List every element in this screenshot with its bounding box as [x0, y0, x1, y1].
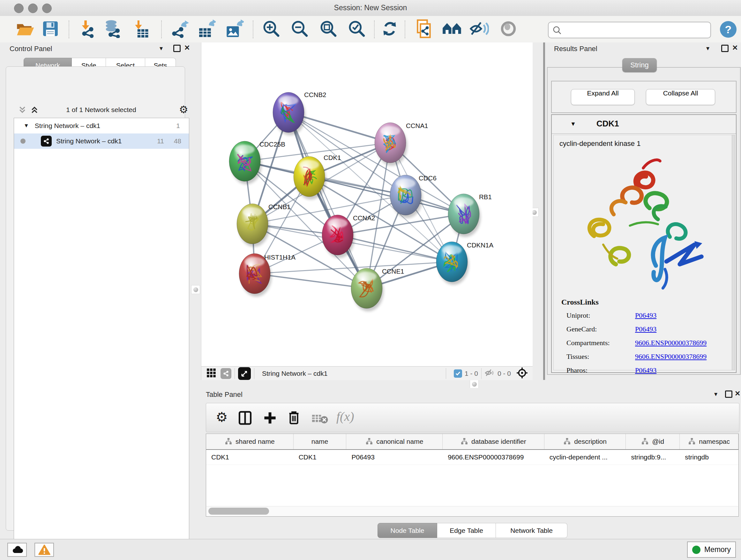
- import-network-from-file-icon[interactable]: [78, 19, 97, 39]
- table-panel-menu-icon[interactable]: ▾: [714, 390, 718, 398]
- delete-column-icon[interactable]: [287, 410, 300, 426]
- table-row[interactable]: CDK1CDK1P064939606.ENSP00000378699cyclin…: [206, 450, 738, 465]
- table-cell[interactable]: stringdb: [680, 450, 738, 464]
- zoom-fit-content-icon[interactable]: [320, 20, 337, 39]
- network-collection-row[interactable]: ▼ String Network – cdk1 1: [14, 118, 189, 133]
- network-list: ▼ String Network – cdk1 1 String Network…: [14, 118, 189, 553]
- show-hidden-icon[interactable]: [500, 20, 517, 39]
- network-edge[interactable]: [309, 177, 464, 214]
- table-cell[interactable]: 9606.ENSP00000378699: [443, 450, 544, 464]
- collection-expander-icon[interactable]: ▼: [23, 123, 29, 129]
- crosslink-link[interactable]: 9606.ENSP00000378699: [635, 339, 706, 347]
- memory-button[interactable]: Memory: [687, 542, 736, 558]
- zoom-in-icon[interactable]: [262, 20, 280, 39]
- network-node-ccnb2[interactable]: CCNB2: [273, 91, 327, 135]
- clone-network-icon[interactable]: [414, 19, 432, 40]
- table-settings-gear-icon[interactable]: ⚙: [216, 410, 228, 424]
- gene-entry-card: ▼ CDK1 cyclin-dependent kinase 1: [551, 114, 737, 373]
- export-image-icon[interactable]: [225, 19, 244, 39]
- left-splitter-handle[interactable]: [191, 285, 200, 294]
- selected-checkbox-icon[interactable]: [454, 369, 462, 378]
- column-header-database-identifier[interactable]: database identifier: [443, 434, 544, 449]
- warning-button[interactable]: [35, 543, 54, 557]
- control-panel-float-icon[interactable]: [173, 45, 181, 52]
- create-column-icon[interactable]: [263, 411, 277, 426]
- zoom-out-icon[interactable]: [291, 20, 309, 39]
- crosslink-link[interactable]: P06493: [635, 325, 657, 333]
- gene-entry-header[interactable]: ▼ CDK1: [552, 115, 736, 134]
- search-input[interactable]: [564, 23, 706, 36]
- bottom-splitter-handle[interactable]: [470, 380, 479, 388]
- table-cell[interactable]: cyclin-dependent ...: [544, 450, 626, 464]
- network-badge-icon[interactable]: [220, 368, 231, 379]
- delete-table-icon[interactable]: [312, 414, 328, 426]
- apply-preferred-layout-icon[interactable]: [381, 20, 398, 39]
- network-node-cdc6[interactable]: CDC6: [390, 174, 436, 218]
- column-header-at-id[interactable]: @id: [626, 434, 680, 449]
- collapse-all-button[interactable]: Collapse All: [646, 89, 715, 105]
- table-panel-close-icon[interactable]: ✕: [735, 390, 740, 397]
- left-splitter[interactable]: [190, 43, 201, 539]
- right-splitter[interactable]: [532, 43, 545, 388]
- expand-all-button[interactable]: Expand All: [571, 89, 635, 105]
- network-row[interactable]: String Network – cdk1 11 48: [14, 133, 189, 149]
- network-canvas[interactable]: CCNB2CCNA1CDC25BCDK1CDC6RB1CCNB1CCNA2CDK…: [201, 43, 533, 366]
- network-node-ccne1[interactable]: CCNE1: [351, 267, 404, 311]
- column-header-description[interactable]: description: [544, 434, 626, 449]
- open-session-icon[interactable]: [15, 21, 35, 38]
- column-header-canonical-name[interactable]: canonical name: [346, 434, 443, 449]
- string-home-icon[interactable]: [442, 21, 462, 38]
- help-icon[interactable]: ?: [720, 21, 737, 38]
- network-edge[interactable]: [338, 235, 452, 262]
- network-node-ccna1[interactable]: CCNA1: [375, 122, 428, 166]
- table-hscrollbar-thumb[interactable]: [208, 508, 269, 515]
- hidden-eye-icon[interactable]: [485, 368, 495, 379]
- tab-edge-table[interactable]: Edge Table: [437, 523, 496, 538]
- function-builder-icon[interactable]: f(x): [336, 409, 354, 424]
- table-hscrollbar[interactable]: [206, 506, 738, 516]
- control-panel-menu-icon[interactable]: ▾: [159, 44, 163, 52]
- results-scrollbar[interactable]: [732, 135, 735, 370]
- footer-separator: [254, 368, 254, 379]
- network-view[interactable]: CCNB2CCNA1CDC25BCDK1CDC6RB1CCNB1CCNA2CDK…: [201, 43, 533, 380]
- network-node-hist1h1a[interactable]: HIST1H1A: [239, 253, 295, 297]
- table-panel-float-icon[interactable]: [725, 390, 732, 398]
- export-network-icon[interactable]: [171, 19, 189, 39]
- crosslink-link[interactable]: 9606.ENSP00000378699: [635, 353, 706, 361]
- network-options-gear-icon[interactable]: ⚙: [179, 104, 188, 116]
- column-header-shared-name[interactable]: shared name: [206, 434, 293, 449]
- crosshair-icon[interactable]: [516, 367, 528, 380]
- results-panel-menu-icon[interactable]: ▾: [706, 44, 710, 52]
- network-node-rb1[interactable]: RB1: [448, 193, 492, 237]
- table-cell[interactable]: CDK1: [206, 450, 293, 464]
- crosslink-link[interactable]: P06493: [635, 311, 657, 320]
- import-network-from-database-icon[interactable]: [103, 19, 123, 39]
- column-header-name[interactable]: name: [293, 434, 347, 449]
- import-table-from-file-icon[interactable]: [131, 19, 149, 39]
- table-cell[interactable]: P06493: [346, 450, 443, 464]
- search-field[interactable]: [548, 22, 711, 38]
- network-node-ccna2[interactable]: CCNA2: [322, 214, 375, 258]
- hide-selected-icon[interactable]: [470, 20, 489, 38]
- network-edge[interactable]: [288, 112, 367, 288]
- crosslink-link[interactable]: P06493: [635, 366, 657, 374]
- results-panel-float-icon[interactable]: [721, 45, 729, 52]
- save-session-icon[interactable]: [42, 20, 59, 38]
- show-columns-icon[interactable]: [238, 411, 252, 426]
- control-panel-close-icon[interactable]: ✕: [184, 44, 190, 51]
- table-cell[interactable]: stringdb:9...: [626, 450, 680, 464]
- grid-view-icon[interactable]: [206, 368, 216, 379]
- export-table-icon[interactable]: [197, 19, 216, 39]
- tab-network-table[interactable]: Network Table: [496, 523, 567, 538]
- column-header-namespac[interactable]: namespac: [680, 434, 738, 449]
- cloud-button[interactable]: [7, 543, 27, 557]
- tab-node-table[interactable]: Node Table: [378, 523, 437, 538]
- network-node-cdkn1a[interactable]: CDKN1A: [436, 241, 493, 285]
- birds-eye-view-icon[interactable]: [238, 367, 251, 380]
- entry-expander-icon[interactable]: ▼: [570, 121, 576, 127]
- results-panel-close-icon[interactable]: ✕: [732, 44, 738, 51]
- zoom-selected-icon[interactable]: [348, 20, 366, 39]
- tab-string[interactable]: String: [622, 58, 657, 72]
- network-node-cdk1[interactable]: CDK1: [293, 154, 341, 199]
- table-cell[interactable]: CDK1: [293, 450, 347, 464]
